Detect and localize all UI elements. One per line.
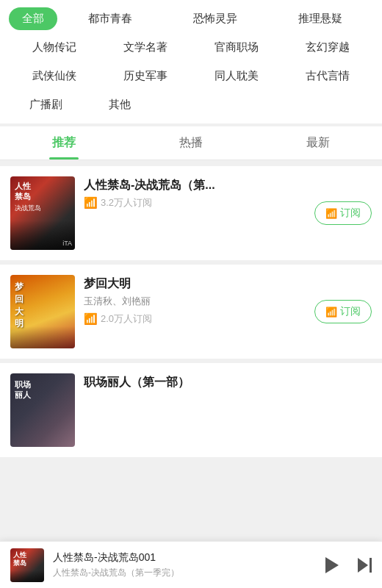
cover-1-text: 人性禁岛决战荒岛 [15,181,41,212]
category-btn-drama[interactable]: 广播剧 [9,93,83,116]
book-cover-3: 职场丽人 [10,373,75,447]
category-row-2: 人物传记 文学名著 官商职场 玄幻穿越 [9,36,373,59]
player-subtitle: 人性禁岛-决战荒岛（第一季完） [53,567,308,579]
player-title: 人性禁岛-决战荒岛001 [53,551,308,564]
category-btn-horror[interactable]: 恐怖灵异 [162,7,267,30]
subscribe-wifi-icon-2: 📶 [325,306,337,318]
book-cover-1: 人性禁岛决战荒岛 iTA [10,176,75,250]
category-btn-urban[interactable]: 都市青春 [57,7,162,30]
next-button[interactable] [358,558,372,573]
category-btn-mystery[interactable]: 推理悬疑 [268,7,373,30]
category-btn-all[interactable]: 全部 [9,7,57,30]
category-btn-romance[interactable]: 古代言情 [282,65,373,87]
tab-latest[interactable]: 最新 [255,126,382,159]
player-bar: 人性禁岛 人性禁岛-决战荒岛001 人性禁岛-决战荒岛（第一季完） [0,541,382,588]
category-btn-other[interactable]: 其他 [83,93,157,116]
player-info: 人性禁岛-决战荒岛001 人性禁岛-决战荒岛（第一季完） [53,551,308,579]
category-btn-business[interactable]: 官商职场 [191,36,282,59]
wifi-icon-2: 📶 [84,312,98,326]
book-info-3: 职场丽人（第一部） [84,373,372,393]
subscribe-btn-2[interactable]: 📶 订阅 [314,300,372,323]
tabs: 推荐 热播 最新 [0,126,382,160]
category-btn-literature[interactable]: 文学名著 [100,36,191,59]
category-btn-wuxia[interactable]: 武侠仙侠 [9,65,100,87]
book-card-1[interactable]: 人性禁岛决战荒岛 iTA 人性禁岛-决战荒岛（第... 📶 3.2万人订阅 📶 … [0,166,382,260]
next-bar-icon [370,558,372,573]
category-btn-fanfiction[interactable]: 同人耽美 [191,65,282,87]
category-btn-history[interactable]: 历史军事 [100,65,191,87]
cover-3-text: 职场丽人 [15,379,31,401]
cover-2-text: 梦回大明 [15,281,24,330]
category-btn-fantasy[interactable]: 玄幻穿越 [282,36,373,59]
book-title-1: 人性禁岛-决战荒岛（第... [84,178,372,193]
category-row-3: 武侠仙侠 历史军事 同人耽美 古代言情 [9,65,373,87]
next-triangle-icon [358,558,368,573]
category-row-1: 全部 都市青春 恐怖灵异 推理悬疑 [9,7,373,30]
wifi-icon-1: 📶 [84,196,98,209]
player-cover-text: 人性禁岛 [13,551,26,568]
play-triangle-icon [325,557,339,573]
player-controls [317,551,372,579]
category-row-4: 广播剧 其他 [9,93,373,116]
play-button[interactable] [317,551,345,579]
book-cover-2: 梦回大明 [10,275,75,348]
book-card-3[interactable]: 职场丽人 职场丽人（第一部） [0,363,382,457]
book-title-2: 梦回大明 [84,276,372,292]
tab-recommend[interactable]: 推荐 [0,126,127,159]
book-title-3: 职场丽人（第一部） [84,375,372,390]
player-cover: 人性禁岛 [10,548,44,582]
book-list: 人性禁岛决战荒岛 iTA 人性禁岛-决战荒岛（第... 📶 3.2万人订阅 📶 … [0,160,382,510]
book-card-2[interactable]: 梦回大明 梦回大明 玉清秋、刘艳丽 📶 2.0万人订阅 📶 订阅 [0,265,382,359]
tab-hot[interactable]: 热播 [127,126,254,159]
subscribe-btn-1[interactable]: 📶 订阅 [314,201,372,225]
category-btn-biography[interactable]: 人物传记 [9,36,100,59]
subscribe-wifi-icon-1: 📶 [325,208,337,219]
category-section: 全部 都市青春 恐怖灵异 推理悬疑 人物传记 文学名著 官商职场 玄幻穿越 武侠… [0,0,382,123]
